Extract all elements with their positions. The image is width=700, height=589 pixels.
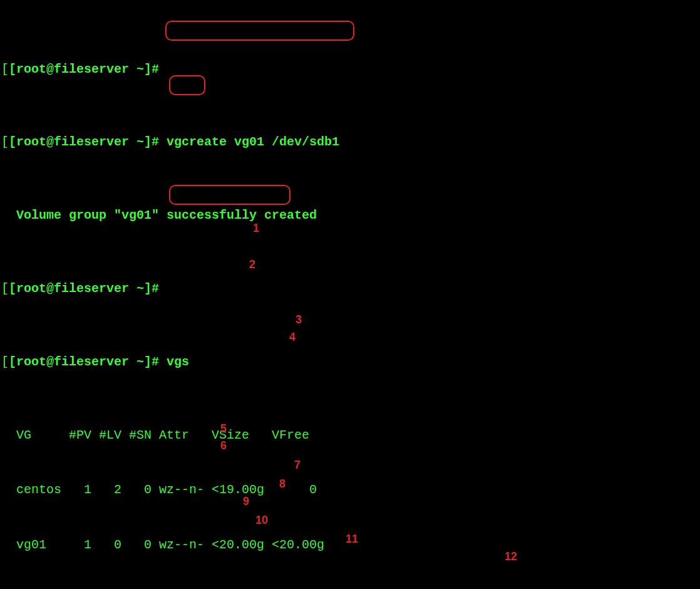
annotation-4: 4 (289, 328, 296, 347)
bracket: [ (1, 281, 9, 296)
annotation-3: 3 (296, 311, 302, 329)
annotation-7: 7 (294, 456, 301, 474)
cmd-vgcreate: vgcreate vg01 /dev/sdb1 (159, 135, 339, 149)
prompt: [root@fileserver ~]# (9, 281, 159, 296)
highlight-vgs (169, 75, 205, 95)
output-vgcreate: Volume group "vg01" successfully created (1, 206, 699, 224)
vgs-row: centos 1 2 0 wz--n- <19.00g 0 (1, 481, 699, 499)
bracket: [ (1, 62, 9, 76)
highlight-vgcreate (165, 21, 354, 41)
annotation-2: 2 (249, 256, 255, 274)
bracket: [ (1, 135, 9, 149)
vgs-row: vg01 1 0 0 wz--n- <20.00g <20.00g (1, 536, 699, 554)
prompt: [root@fileserver ~]# (9, 62, 159, 76)
terminal[interactable]: [[root@fileserver ~]# [[root@fileserver … (0, 0, 700, 589)
highlight-vgdisplay (169, 185, 291, 205)
prompt: [root@fileserver ~]# (9, 135, 159, 149)
prompt: [root@fileserver ~]# (9, 355, 159, 369)
cmd-vgs: vgs (159, 355, 189, 369)
bracket: [ (1, 355, 9, 369)
vgs-header: VG #PV #LV #SN Attr VSize VFree (1, 426, 699, 444)
annotation-10: 10 (255, 511, 268, 529)
